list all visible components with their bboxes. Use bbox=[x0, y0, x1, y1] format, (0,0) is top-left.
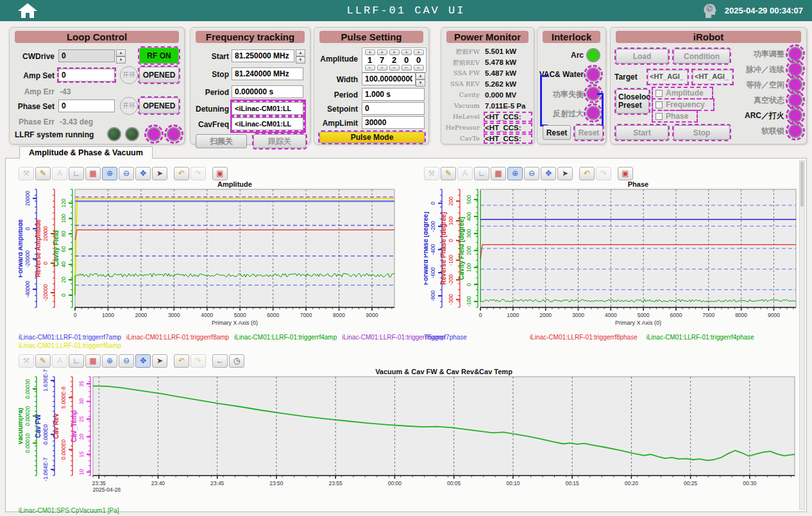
sweep-off-button[interactable]: 扫频关 bbox=[196, 134, 247, 148]
svg-text:0.00010: 0.00010 bbox=[24, 433, 31, 453]
amplimit-input[interactable] bbox=[362, 116, 425, 129]
undo-icon[interactable]: ↶ bbox=[174, 167, 189, 180]
add-annotation-icon[interactable]: ✎ bbox=[35, 354, 51, 368]
spin-down-icon[interactable]: ▼ bbox=[116, 56, 126, 64]
phase-opened-button[interactable]: OPENED bbox=[139, 98, 179, 114]
checkbox-icon[interactable] bbox=[656, 101, 663, 108]
phase-open-loop-button[interactable]: 开环 bbox=[120, 97, 138, 115]
stagger-axes-icon[interactable]: ▦ bbox=[491, 167, 506, 180]
vacuum-chart[interactable]: Vacuum & Cav FW & Cav Rev&Cav Temp23:352… bbox=[19, 368, 802, 505]
amplitude-chart[interactable]: Amplitude0100020003000400050006000700080… bbox=[19, 180, 407, 332]
irobot-status-led bbox=[788, 108, 802, 123]
digit-decrement-button[interactable]: − bbox=[414, 65, 424, 71]
phase-set-input[interactable] bbox=[58, 99, 115, 112]
auto-scale-icon[interactable]: ∟ bbox=[69, 354, 84, 368]
digit-increment-button[interactable]: + bbox=[365, 49, 375, 55]
track-off-button[interactable]: 跟踪关 bbox=[253, 134, 306, 148]
reset-remote-button[interactable]: Reset bbox=[575, 125, 603, 140]
ft-row-input[interactable] bbox=[232, 67, 303, 80]
digit-increment-button[interactable]: + bbox=[389, 49, 400, 55]
pm-label: CavTe bbox=[460, 135, 480, 142]
cwdrive-spinner[interactable]: ▲▼ bbox=[116, 49, 126, 64]
interlock-led bbox=[586, 48, 600, 62]
digit-increment-button[interactable]: + bbox=[402, 49, 412, 55]
undo-icon[interactable]: ↶ bbox=[579, 167, 595, 180]
pan-icon[interactable]: ✥ bbox=[541, 167, 556, 180]
checkbox-phase[interactable]: Phase bbox=[653, 111, 697, 121]
time-range-icon[interactable]: ◷ bbox=[229, 354, 244, 368]
checkbox-icon[interactable] bbox=[656, 113, 663, 120]
ai-brain-icon[interactable] bbox=[702, 3, 718, 19]
pan-icon[interactable]: ✥ bbox=[135, 354, 151, 368]
svg-text:3000: 3000 bbox=[572, 312, 584, 318]
digit-decrement-button[interactable]: − bbox=[389, 65, 400, 71]
condition-button[interactable]: Condition bbox=[673, 49, 730, 64]
vertical-scrollbar[interactable] bbox=[799, 160, 805, 510]
pointer-icon[interactable]: ➤ bbox=[557, 167, 573, 180]
status-led-1 bbox=[107, 127, 121, 141]
svg-text:00:15: 00:15 bbox=[566, 480, 580, 486]
digit-decrement-button[interactable]: − bbox=[402, 65, 412, 71]
ft-row-input[interactable] bbox=[232, 85, 303, 98]
ft-row-input[interactable] bbox=[232, 117, 303, 130]
auto-scale-icon[interactable]: ∟ bbox=[69, 167, 84, 180]
load-button[interactable]: Load bbox=[616, 49, 668, 64]
ft-spinner[interactable]: ▲▼ bbox=[296, 49, 305, 64]
spin-down-icon[interactable]: ▼ bbox=[416, 80, 425, 87]
stop-button[interactable]: Stop bbox=[673, 125, 730, 140]
zoom-in-icon[interactable]: ⊕ bbox=[507, 167, 523, 180]
scroll-latest-icon[interactable]: ← bbox=[212, 354, 228, 368]
stagger-axes-icon[interactable]: ▦ bbox=[85, 354, 101, 368]
snapshot-icon[interactable]: ▣ bbox=[618, 167, 633, 180]
start-button[interactable]: Start bbox=[616, 125, 668, 140]
add-annotation-icon[interactable]: ✎ bbox=[441, 167, 456, 180]
rf-on-button[interactable]: RF ON bbox=[139, 47, 179, 64]
svg-text:-1.064E-7: -1.064E-7 bbox=[42, 458, 49, 482]
amp-open-loop-button[interactable]: 开环 bbox=[120, 66, 138, 84]
width-spinner[interactable]: ▲▼ bbox=[416, 73, 425, 87]
cwdrive-input[interactable] bbox=[58, 49, 115, 62]
digit-decrement-button[interactable]: − bbox=[377, 65, 387, 71]
checkbox-frequency[interactable]: Frequency bbox=[653, 99, 713, 110]
interlock-label: Arc bbox=[571, 51, 584, 60]
width-input[interactable] bbox=[362, 73, 416, 85]
digit-increment-button[interactable]: + bbox=[414, 49, 424, 55]
amp-opened-button[interactable]: OPENED bbox=[139, 67, 179, 83]
add-annotation-icon[interactable]: ✎ bbox=[35, 167, 51, 180]
pan-icon[interactable]: ✥ bbox=[135, 167, 151, 180]
amp-set-input[interactable] bbox=[58, 69, 115, 82]
irobot-status-led bbox=[788, 124, 802, 138]
scrollbar-thumb[interactable] bbox=[800, 162, 804, 207]
spin-up-icon[interactable]: ▲ bbox=[416, 73, 425, 80]
pointer-icon[interactable]: ➤ bbox=[152, 354, 167, 368]
zoom-out-icon[interactable]: ⊖ bbox=[119, 354, 134, 368]
pulse-mode-button[interactable]: Pulse Mode bbox=[319, 132, 425, 143]
digit-increment-button[interactable]: + bbox=[377, 49, 387, 55]
pm-value: 5.262 kW bbox=[485, 80, 516, 88]
ft-row-input[interactable] bbox=[232, 49, 294, 62]
reset-button[interactable]: Reset bbox=[543, 125, 571, 140]
amp-err-value: -43 bbox=[60, 87, 71, 96]
phase-chart[interactable]: Phase01000200030004000500060007000800090… bbox=[424, 180, 804, 332]
snapshot-icon[interactable]: ▣ bbox=[212, 167, 228, 180]
checkbox-icon[interactable] bbox=[656, 90, 663, 97]
spin-up-icon[interactable]: ▲ bbox=[116, 49, 126, 56]
digit-decrement-button[interactable]: − bbox=[365, 65, 375, 71]
amplitude-digit-spinner[interactable]: +1−+7−+2−+0−+0− bbox=[362, 47, 427, 73]
stagger-axes-icon[interactable]: ▦ bbox=[85, 167, 101, 180]
phase-err-value: -3.43 deg bbox=[60, 117, 93, 126]
zoom-out-icon[interactable]: ⊖ bbox=[119, 167, 134, 180]
zoom-in-icon[interactable]: ⊕ bbox=[102, 167, 117, 180]
zoom-out-icon[interactable]: ⊖ bbox=[524, 167, 539, 180]
tab-amplitude-phase-vacuum[interactable]: Amplitude & Phase & Vacuum bbox=[19, 146, 153, 159]
svg-text:00:00: 00:00 bbox=[388, 480, 402, 486]
closeloop-preset-button[interactable]: CloselooPreset bbox=[616, 89, 649, 114]
undo-icon[interactable]: ↶ bbox=[174, 354, 189, 368]
zoom-in-icon[interactable]: ⊕ bbox=[102, 354, 117, 368]
pointer-icon[interactable]: ➤ bbox=[152, 167, 167, 180]
checkbox-amplitude[interactable]: Amplitude bbox=[653, 88, 712, 98]
auto-scale-icon[interactable]: ∟ bbox=[474, 167, 489, 180]
setpoint-input[interactable] bbox=[362, 102, 425, 115]
period-input[interactable] bbox=[362, 88, 425, 101]
ft-row-input[interactable] bbox=[232, 102, 303, 115]
